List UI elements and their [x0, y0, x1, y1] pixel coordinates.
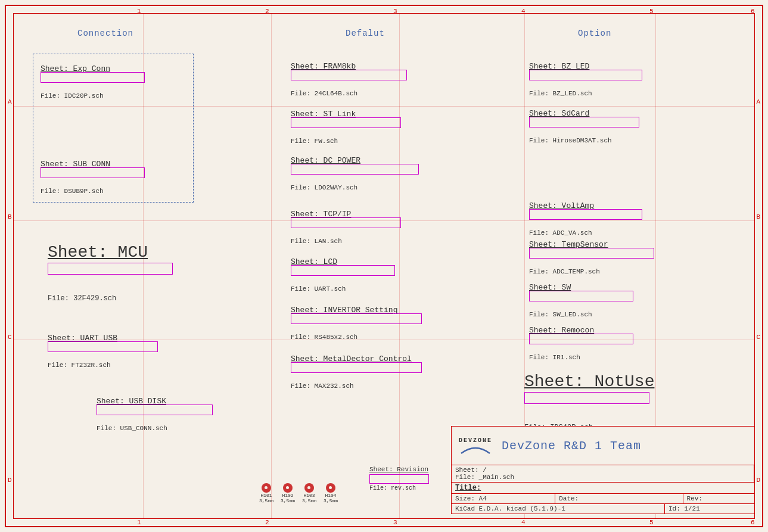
ruler-col-1: 1: [137, 8, 141, 15]
marker-h104-label: H104 3,5mm: [324, 493, 338, 503]
sheet-notuse-box: [524, 392, 649, 404]
logo-area: DEV ZONE: [459, 437, 492, 455]
ruler-row-A: A: [8, 98, 12, 105]
sheet-usb-disk-file: File: USB_CONN.sch: [97, 425, 167, 432]
sheet-metaldector-box: [291, 362, 422, 373]
ruler-row-B-right: B: [756, 213, 760, 220]
title-row: Title:: [452, 483, 754, 494]
kicad-label-cell: KiCad E.D.A. kicad (5.1.9)-1: [452, 504, 665, 514]
sheet-lcd-box: [291, 265, 395, 276]
revision-file-label: File: rev.sch: [369, 485, 429, 491]
marker-h101-circle: [262, 483, 271, 493]
ruler-row-B: B: [8, 213, 12, 220]
marker-h102-label: H102 3,5mm: [281, 493, 295, 503]
sheet-exp-conn-file: File: IDC20P.sch: [41, 92, 110, 99]
ruler-row-D: D: [8, 477, 12, 484]
sheet-mcu-box: [48, 263, 173, 275]
sheet-st-link-box: [291, 117, 401, 128]
sheet-st-link[interactable]: Sheet: ST Link File: FW.sch: [291, 110, 356, 145]
sheet-fram8kb-box: [291, 70, 407, 80]
size-cell: Size: A4: [452, 494, 555, 503]
ruler-col-4-bottom: 4: [521, 519, 526, 526]
revision-box: [369, 474, 429, 484]
sheet-st-link-file: File: FW.sch: [291, 138, 356, 145]
ruler-row-A-right: A: [756, 98, 760, 105]
sheet-sub-conn[interactable]: Sheet: SUB CONN File: DSUB9P.sch: [41, 160, 110, 195]
v-line-3: [399, 13, 400, 519]
sheet-remocon-file: File: IR1.sch: [529, 354, 594, 361]
marker-h103-circle: [304, 483, 314, 493]
section-connection: Connection: [77, 29, 133, 38]
sheet-sdcard[interactable]: Sheet: SdCard File: HiroseDM3AT.sch: [529, 109, 612, 144]
logo-dev-text: DEV: [459, 437, 473, 444]
sheet-bz-led-box: [529, 70, 642, 80]
sheet-path-label: Sheet: /: [455, 466, 750, 474]
rev-cell: Rev:: [683, 494, 754, 503]
marker-h103: H103 3,5mm: [302, 483, 316, 503]
sheet-exp-conn[interactable]: Sheet: Exp Conn File: IDC20P.sch: [41, 64, 110, 99]
marker-h102-circle: [283, 483, 293, 493]
sheet-mcu-file: File: 32F429.sch: [48, 294, 148, 303]
marker-h102: H102 3,5mm: [281, 483, 295, 503]
sheet-mcu[interactable]: Sheet: MCU File: 32F429.sch: [48, 243, 148, 303]
sheet-bz-led[interactable]: Sheet: BZ LED File: BZ_LED.sch: [529, 62, 592, 97]
sheet-tcp-ip[interactable]: Sheet: TCP/IP File: LAN.sch: [291, 210, 351, 245]
sheet-notuse[interactable]: Sheet: NotUse File: IDC40P.sch: [524, 372, 654, 432]
title-label: Title:: [455, 484, 481, 492]
sheet-metaldector[interactable]: Sheet: MetalDector Control File: MAX232.…: [291, 354, 412, 390]
ruler-col-6-bottom: 6: [751, 519, 755, 526]
sheet-exp-conn-box: [41, 72, 145, 83]
org-title: DevZone R&D 1 Team: [502, 439, 641, 453]
ruler-row-D-right: D: [756, 477, 760, 484]
sheet-dc-power[interactable]: Sheet: DC POWER File: LDO2WAY.sch: [291, 156, 360, 191]
sheet-notuse-title: Sheet: NotUse: [524, 372, 654, 391]
ruler-col-2-bottom: 2: [265, 519, 269, 526]
logo-zone-text: ZONE: [473, 437, 492, 444]
sheet-metaldector-file: File: MAX232.sch: [291, 382, 412, 390]
sheet-file-row: Sheet: / File: _Main.sch: [452, 465, 754, 483]
ruler-col-3-bottom: 3: [393, 519, 397, 526]
sheet-tcp-ip-file: File: LAN.sch: [291, 238, 351, 245]
sheet-usb-disk[interactable]: Sheet: USB DISK File: USB_CONN.sch: [97, 397, 167, 432]
sheet-voltamp[interactable]: Sheet: VoltAmp File: ADC_VA.sch: [529, 201, 594, 237]
ruler-col-1-bottom: 1: [137, 519, 141, 526]
sheet-remocon[interactable]: Sheet: Remocon File: IR1.sch: [529, 326, 594, 361]
ruler-col-5-bottom: 5: [649, 519, 654, 526]
sheet-tempsensor-file: File: ADC_TEMP.sch: [529, 268, 608, 275]
revision-block[interactable]: Sheet: Revision File: rev.sch: [369, 466, 429, 491]
sheet-sdcard-file: File: HiroseDM3AT.sch: [529, 137, 612, 144]
sheet-remocon-box: [529, 334, 633, 344]
id-cell: Id: 1/21: [665, 504, 754, 514]
sheet-uart-usb-file: File: FT232R.sch: [48, 362, 117, 369]
sheet-sub-conn-box: [41, 167, 145, 178]
sheet-tcp-ip-box: [291, 217, 401, 228]
kicad-row: KiCad E.D.A. kicad (5.1.9)-1 Id: 1/21: [452, 504, 754, 514]
marker-h104: H104 3,5mm: [324, 483, 338, 503]
sheet-file-label: File: _Main.sch: [455, 474, 750, 481]
sheet-sdcard-box: [529, 117, 639, 127]
section-option: Option: [578, 29, 611, 38]
sheet-lcd[interactable]: Sheet: LCD File: UART.sch: [291, 257, 346, 293]
sheet-mcu-title: Sheet: MCU: [48, 243, 148, 262]
ruler-col-3: 3: [393, 8, 397, 15]
schematic-canvas: 1 2 3 4 5 6 1 2 3 4 5 6 A B C D A B C D …: [0, 0, 768, 532]
sheet-bz-led-file: File: BZ_LED.sch: [529, 90, 592, 97]
marker-h103-label: H103 3,5mm: [302, 493, 316, 503]
date-cell: Date:: [555, 494, 683, 503]
sheet-sw[interactable]: Sheet: SW File: SW_LED.sch: [529, 283, 592, 318]
revision-sheet-label: Sheet: Revision: [369, 466, 429, 473]
sheet-tempsensor[interactable]: Sheet: TempSensor File: ADC_TEMP.sch: [529, 240, 608, 275]
sheet-lcd-file: File: UART.sch: [291, 285, 346, 293]
sheet-fram8kb[interactable]: Sheet: FRAM8kb File: 24CL64B.sch: [291, 62, 357, 97]
logo-arch-svg: [460, 444, 491, 455]
section-default: Defalut: [346, 29, 385, 38]
sheet-tempsensor-box: [529, 248, 654, 259]
ruler-row-C: C: [8, 334, 12, 341]
sheet-usb-disk-box: [97, 405, 213, 415]
sheet-invertor[interactable]: Sheet: INVERTOR Setting File: RS485x2.sc…: [291, 306, 397, 341]
sheet-invertor-box: [291, 313, 422, 324]
sheet-voltamp-box: [529, 209, 642, 220]
sheet-uart-usb[interactable]: Sheet: UART USB File: FT232R.sch: [48, 334, 117, 369]
sheet-sub-conn-file: File: DSUB9P.sch: [41, 188, 110, 195]
marker-h101: H101 3,5mm: [259, 483, 273, 503]
